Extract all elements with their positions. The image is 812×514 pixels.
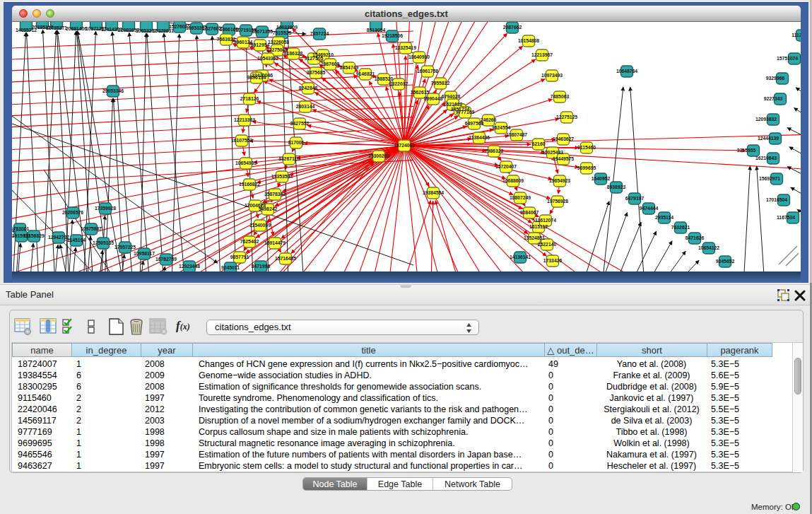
svg-text:9474444: 9474444 bbox=[640, 206, 659, 211]
svg-text:12213967: 12213967 bbox=[531, 52, 553, 57]
svg-text:18640910: 18640910 bbox=[408, 54, 430, 59]
svg-text:9245011: 9245011 bbox=[221, 265, 240, 270]
svg-text:12942737: 12942737 bbox=[48, 235, 69, 240]
svg-text:12275125: 12275125 bbox=[556, 115, 577, 119]
svg-text:19384554: 19384554 bbox=[423, 190, 444, 195]
svg-text:62160: 62160 bbox=[532, 141, 546, 146]
svg-text:8471996: 8471996 bbox=[252, 264, 271, 269]
svg-text:7663822: 7663822 bbox=[217, 37, 236, 42]
svg-text:7625402: 7625402 bbox=[240, 239, 259, 244]
svg-text:12444139: 12444139 bbox=[758, 136, 779, 141]
svg-text:20206576: 20206576 bbox=[62, 210, 83, 215]
svg-text:1615112: 1615112 bbox=[529, 224, 548, 229]
svg-text:12505135: 12505135 bbox=[93, 240, 114, 245]
svg-text:19463627: 19463627 bbox=[553, 136, 574, 141]
svg-text:35878342: 35878342 bbox=[264, 192, 286, 197]
svg-text:10654122: 10654122 bbox=[698, 245, 719, 250]
svg-text:8938923: 8938923 bbox=[607, 185, 626, 189]
svg-text:7357224: 7357224 bbox=[310, 31, 329, 36]
svg-text:1562615: 1562615 bbox=[411, 90, 430, 95]
svg-text:8427552: 8427552 bbox=[290, 121, 310, 126]
svg-text:7485063: 7485063 bbox=[551, 94, 570, 99]
svg-text:19654923: 19654923 bbox=[549, 178, 570, 183]
svg-text:18795371: 18795371 bbox=[46, 25, 67, 30]
svg-text:19166822: 19166822 bbox=[239, 182, 260, 187]
svg-text:1640952: 1640952 bbox=[592, 176, 611, 181]
svg-text:746266: 746266 bbox=[481, 117, 497, 122]
svg-text:2718126: 2718126 bbox=[240, 96, 259, 101]
svg-text:8813054: 8813054 bbox=[367, 28, 386, 33]
svg-text:19756928: 19756928 bbox=[547, 199, 568, 204]
svg-text:9146821: 9146821 bbox=[356, 71, 375, 76]
svg-text:21364436: 21364436 bbox=[469, 135, 490, 140]
svg-text:11540099: 11540099 bbox=[249, 223, 271, 228]
svg-text:16210643: 16210643 bbox=[755, 156, 777, 160]
svg-text:19218506: 19218506 bbox=[382, 33, 403, 38]
svg-text:15469210: 15469210 bbox=[312, 52, 334, 57]
svg-text:10973493: 10973493 bbox=[541, 73, 563, 78]
svg-text:16782759: 16782759 bbox=[155, 257, 177, 262]
svg-text:15751074: 15751074 bbox=[777, 56, 798, 61]
svg-text:9245652: 9245652 bbox=[716, 259, 735, 264]
svg-text:17016504: 17016504 bbox=[766, 197, 787, 202]
svg-text:25300203: 25300203 bbox=[368, 153, 389, 158]
svg-text:3395012: 3395012 bbox=[12, 228, 15, 233]
svg-text:1588520: 1588520 bbox=[375, 76, 394, 81]
svg-text:17359928: 17359928 bbox=[95, 206, 116, 211]
svg-text:9857791: 9857791 bbox=[230, 255, 249, 259]
svg-text:10958117: 10958117 bbox=[134, 251, 155, 256]
svg-text:13449575: 13449575 bbox=[553, 156, 574, 161]
svg-text:14136141: 14136141 bbox=[510, 255, 531, 259]
svg-text:2367608: 2367608 bbox=[321, 62, 340, 66]
svg-text:6479197: 6479197 bbox=[625, 196, 645, 201]
svg-text:12093832: 12093832 bbox=[755, 117, 777, 122]
svg-text:1733426: 1733426 bbox=[543, 258, 563, 263]
svg-text:18807249: 18807249 bbox=[510, 195, 531, 200]
svg-text:7986322: 7986322 bbox=[485, 148, 504, 153]
svg-text:10543362: 10543362 bbox=[257, 56, 278, 61]
svg-text:2803144: 2803144 bbox=[296, 104, 315, 109]
svg-text:8186328: 8186328 bbox=[284, 51, 303, 56]
svg-text:7632621: 7632621 bbox=[671, 225, 690, 230]
svg-text:17957225: 17957225 bbox=[114, 245, 136, 250]
svg-text:1167534: 1167534 bbox=[777, 215, 795, 220]
svg-text:11612074: 11612074 bbox=[535, 218, 556, 223]
svg-text:15716485: 15716485 bbox=[275, 256, 296, 261]
svg-text:9896134: 9896134 bbox=[247, 75, 266, 80]
svg-text:10807487: 10807487 bbox=[506, 132, 527, 137]
svg-text:11156829: 11156829 bbox=[23, 233, 45, 238]
svg-text:16671355: 16671355 bbox=[252, 29, 273, 34]
svg-text:18724007: 18724007 bbox=[394, 143, 415, 148]
svg-text:12213363: 12213363 bbox=[234, 117, 255, 122]
svg-text:16033809: 16033809 bbox=[276, 25, 298, 30]
svg-text:9227343: 9227343 bbox=[764, 96, 783, 101]
svg-text:9777169: 9777169 bbox=[456, 110, 475, 115]
svg-text:2935114: 2935114 bbox=[655, 215, 673, 220]
svg-text:10025433: 10025433 bbox=[542, 150, 563, 155]
svg-text:9329966: 9329966 bbox=[766, 76, 785, 81]
svg-text:10688609: 10688609 bbox=[502, 178, 524, 183]
svg-text:10648784: 10648784 bbox=[616, 69, 637, 74]
svg-text:2522140: 2522140 bbox=[538, 242, 557, 247]
svg-text:15720407: 15720407 bbox=[495, 164, 517, 169]
svg-text:12923448: 12923448 bbox=[179, 264, 200, 269]
svg-text:8990448: 8990448 bbox=[424, 96, 443, 101]
svg-text:8454749: 8454749 bbox=[340, 65, 359, 70]
svg-text:29053346: 29053346 bbox=[102, 88, 124, 93]
svg-text:10154808: 10154808 bbox=[518, 38, 539, 43]
svg-text:5498242: 5498242 bbox=[259, 206, 278, 211]
svg-text:16107553: 16107553 bbox=[231, 138, 252, 143]
svg-text:3875685: 3875685 bbox=[307, 70, 326, 75]
svg-text:8322037: 8322037 bbox=[389, 81, 408, 86]
svg-text:7955812: 7955812 bbox=[431, 81, 450, 86]
svg-text:8471626: 8471626 bbox=[686, 235, 705, 240]
svg-text:1527602: 1527602 bbox=[203, 26, 222, 31]
svg-text:2087662: 2087662 bbox=[503, 25, 522, 30]
svg-text:9084067: 9084067 bbox=[520, 210, 539, 215]
svg-text:33267110: 33267110 bbox=[278, 156, 300, 161]
svg-text:16961758: 16961758 bbox=[417, 69, 438, 74]
svg-text:817006: 817006 bbox=[288, 140, 305, 145]
svg-text:3215955: 3215955 bbox=[737, 148, 756, 153]
svg-text:1621022: 1621022 bbox=[444, 102, 463, 107]
svg-text:13353594: 13353594 bbox=[271, 174, 293, 179]
